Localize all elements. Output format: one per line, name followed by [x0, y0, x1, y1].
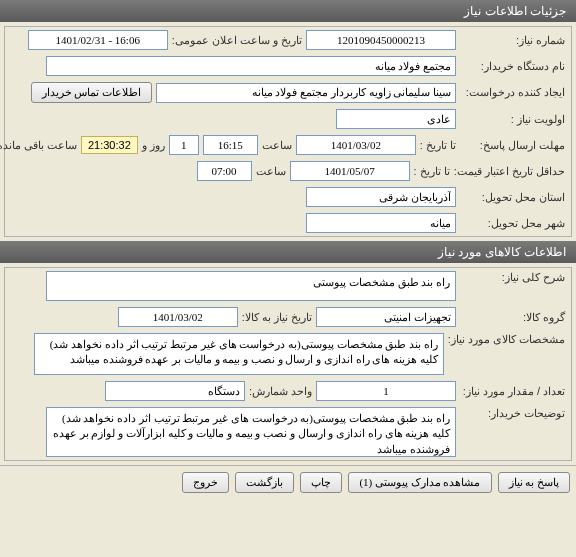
- need-number-input[interactable]: [306, 30, 456, 50]
- item-desc-label: مشخصات کالای مورد نیاز:: [448, 333, 565, 346]
- creator-label: ایجاد کننده درخواست:: [460, 86, 565, 99]
- need-number-label: شماره نیاز:: [460, 34, 565, 47]
- province-label: استان محل تحویل:: [460, 191, 565, 204]
- goods-info-section: شرح کلی نیاز: گروه کالا: تاریخ نیاز به ک…: [4, 267, 572, 461]
- need-date-input[interactable]: [118, 307, 238, 327]
- qty-label: تعداد / مقدار مورد نیاز:: [460, 385, 565, 398]
- exit-button[interactable]: خروج: [182, 472, 229, 493]
- validity-time-label: ساعت: [256, 165, 286, 178]
- days-count-input[interactable]: [169, 135, 199, 155]
- goods-section-title: اطلاعات کالاهای مورد نیاز: [438, 245, 566, 259]
- need-info-section: شماره نیاز: تاریخ و ساعت اعلان عمومی: نا…: [4, 26, 572, 237]
- deadline-time-input[interactable]: [203, 135, 258, 155]
- general-desc-input[interactable]: [46, 271, 456, 301]
- unit-label: واحد شمارش:: [249, 385, 312, 398]
- buyer-input[interactable]: [46, 56, 456, 76]
- deadline-time-label: ساعت: [262, 139, 292, 152]
- buyer-notes-input[interactable]: [46, 407, 456, 457]
- section-header-need-info: جزئیات اطلاعات نیاز: [0, 0, 576, 22]
- reply-button[interactable]: پاسخ به نیاز: [498, 472, 571, 493]
- validity-label: حداقل تاریخ اعتبار قیمت:: [454, 165, 565, 178]
- back-button[interactable]: بازگشت: [235, 472, 294, 493]
- validity-date-input[interactable]: [290, 161, 410, 181]
- buyer-label: نام دستگاه خریدار:: [460, 60, 565, 73]
- announce-date-input[interactable]: [28, 30, 168, 50]
- need-date-label: تاریخ نیاز به کالا:: [242, 311, 312, 324]
- general-desc-label: شرح کلی نیاز:: [460, 271, 565, 284]
- section-title: جزئیات اطلاعات نیاز: [464, 4, 566, 18]
- qty-input[interactable]: [316, 381, 456, 401]
- announce-label: تاریخ و ساعت اعلان عمومی:: [172, 34, 302, 47]
- buyer-notes-label: توضیحات خریدار:: [460, 407, 565, 420]
- province-input[interactable]: [306, 187, 456, 207]
- footer-toolbar: پاسخ به نیاز مشاهده مدارک پیوستی (1) چاپ…: [0, 465, 576, 499]
- print-button[interactable]: چاپ: [300, 472, 342, 493]
- priority-input[interactable]: [336, 109, 456, 129]
- priority-label: اولویت نیاز :: [460, 113, 565, 126]
- unit-input[interactable]: [105, 381, 245, 401]
- remaining-time-badge: 21:30:32: [81, 136, 138, 154]
- group-label: گروه کالا:: [460, 311, 565, 324]
- attachments-button[interactable]: مشاهده مدارک پیوستی (1): [348, 472, 491, 493]
- to-date-label: تا تاریخ :: [420, 139, 456, 152]
- section-header-goods-info: اطلاعات کالاهای مورد نیاز: [0, 241, 576, 263]
- deadline-date-input[interactable]: [296, 135, 416, 155]
- deadline-label: مهلت ارسال پاسخ:: [460, 139, 565, 152]
- buyer-contact-button[interactable]: اطلاعات تماس خریدار: [31, 82, 153, 103]
- validity-to-date-label: تا تاریخ :: [414, 165, 450, 178]
- creator-input[interactable]: [156, 83, 456, 103]
- remaining-label: ساعت باقی مانده: [0, 139, 77, 152]
- validity-time-input[interactable]: [197, 161, 252, 181]
- city-label: شهر محل تحویل:: [460, 217, 565, 230]
- days-and-label: روز و: [142, 139, 165, 152]
- city-input[interactable]: [306, 213, 456, 233]
- item-desc-input[interactable]: [34, 333, 444, 375]
- group-input[interactable]: [316, 307, 456, 327]
